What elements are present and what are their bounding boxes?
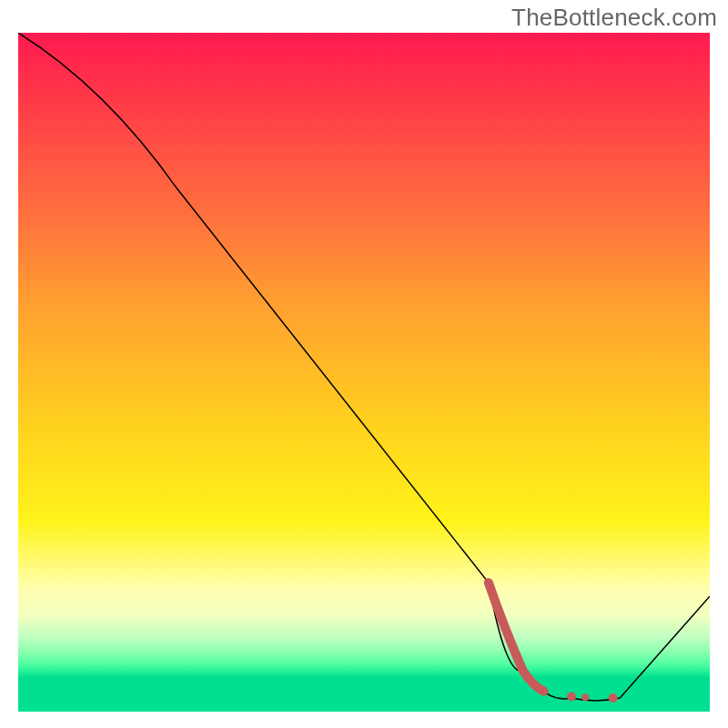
figure-root: TheBottleneck.com	[0, 0, 728, 728]
highlight-dot	[567, 693, 576, 702]
plot-area	[18, 33, 710, 712]
highlight-dot	[581, 693, 589, 701]
plot-svg	[18, 33, 710, 712]
watermark-text: TheBottleneck.com	[511, 4, 717, 32]
highlight-segment	[489, 582, 544, 691]
bottleneck-curve	[18, 33, 710, 701]
highlight-dot	[609, 693, 618, 703]
